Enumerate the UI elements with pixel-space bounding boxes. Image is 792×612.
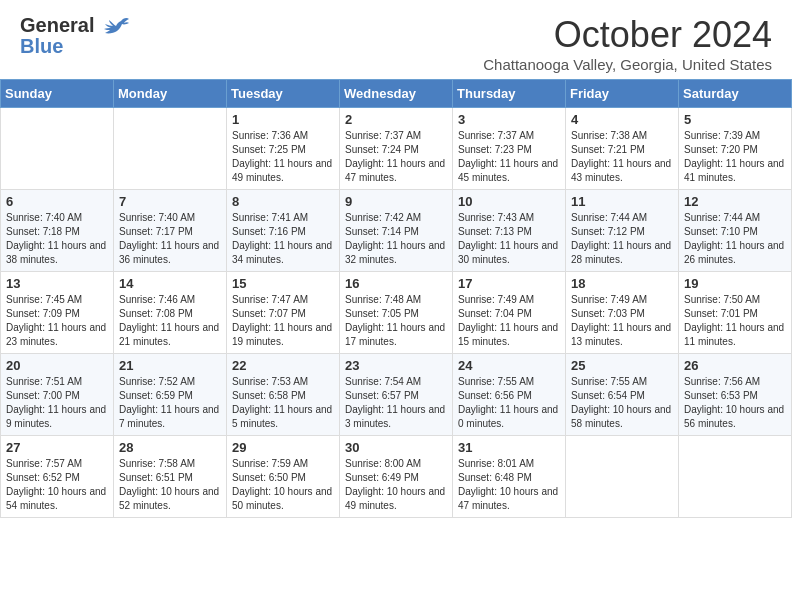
daylight: Daylight: 11 hours and 23 minutes. — [6, 322, 106, 347]
weekday-header-wednesday: Wednesday — [340, 80, 453, 108]
sunrise: Sunrise: 7:48 AM — [345, 294, 421, 305]
calendar-cell — [679, 436, 792, 518]
day-number: 16 — [345, 276, 447, 291]
sunset: Sunset: 6:54 PM — [571, 390, 645, 401]
sunset: Sunset: 7:20 PM — [684, 144, 758, 155]
calendar-week-1: 1 Sunrise: 7:36 AM Sunset: 7:25 PM Dayli… — [1, 108, 792, 190]
day-number: 4 — [571, 112, 673, 127]
sunrise: Sunrise: 7:55 AM — [571, 376, 647, 387]
day-info: Sunrise: 7:40 AM Sunset: 7:17 PM Dayligh… — [119, 211, 221, 267]
daylight: Daylight: 11 hours and 0 minutes. — [458, 404, 558, 429]
daylight: Daylight: 11 hours and 49 minutes. — [232, 158, 332, 183]
day-number: 1 — [232, 112, 334, 127]
calendar-cell: 13 Sunrise: 7:45 AM Sunset: 7:09 PM Dayl… — [1, 272, 114, 354]
calendar-cell: 25 Sunrise: 7:55 AM Sunset: 6:54 PM Dayl… — [566, 354, 679, 436]
day-number: 14 — [119, 276, 221, 291]
calendar-cell: 9 Sunrise: 7:42 AM Sunset: 7:14 PM Dayli… — [340, 190, 453, 272]
day-number: 9 — [345, 194, 447, 209]
day-info: Sunrise: 7:38 AM Sunset: 7:21 PM Dayligh… — [571, 129, 673, 185]
calendar-cell: 26 Sunrise: 7:56 AM Sunset: 6:53 PM Dayl… — [679, 354, 792, 436]
day-info: Sunrise: 7:51 AM Sunset: 7:00 PM Dayligh… — [6, 375, 108, 431]
sunrise: Sunrise: 7:57 AM — [6, 458, 82, 469]
sunrise: Sunrise: 7:47 AM — [232, 294, 308, 305]
calendar-cell: 20 Sunrise: 7:51 AM Sunset: 7:00 PM Dayl… — [1, 354, 114, 436]
day-info: Sunrise: 7:59 AM Sunset: 6:50 PM Dayligh… — [232, 457, 334, 513]
daylight: Daylight: 11 hours and 9 minutes. — [6, 404, 106, 429]
sunset: Sunset: 6:59 PM — [119, 390, 193, 401]
sunrise: Sunrise: 7:54 AM — [345, 376, 421, 387]
sunrise: Sunrise: 7:52 AM — [119, 376, 195, 387]
sunrise: Sunrise: 7:51 AM — [6, 376, 82, 387]
calendar-cell — [566, 436, 679, 518]
calendar-week-4: 20 Sunrise: 7:51 AM Sunset: 7:00 PM Dayl… — [1, 354, 792, 436]
calendar-cell: 8 Sunrise: 7:41 AM Sunset: 7:16 PM Dayli… — [227, 190, 340, 272]
day-info: Sunrise: 7:54 AM Sunset: 6:57 PM Dayligh… — [345, 375, 447, 431]
weekday-header-tuesday: Tuesday — [227, 80, 340, 108]
weekday-header-thursday: Thursday — [453, 80, 566, 108]
daylight: Daylight: 10 hours and 52 minutes. — [119, 486, 219, 511]
day-number: 15 — [232, 276, 334, 291]
day-info: Sunrise: 7:55 AM Sunset: 6:54 PM Dayligh… — [571, 375, 673, 431]
calendar-week-2: 6 Sunrise: 7:40 AM Sunset: 7:18 PM Dayli… — [1, 190, 792, 272]
sunset: Sunset: 7:12 PM — [571, 226, 645, 237]
sunrise: Sunrise: 7:43 AM — [458, 212, 534, 223]
sunrise: Sunrise: 7:49 AM — [458, 294, 534, 305]
calendar-cell: 23 Sunrise: 7:54 AM Sunset: 6:57 PM Dayl… — [340, 354, 453, 436]
sunset: Sunset: 6:53 PM — [684, 390, 758, 401]
sunset: Sunset: 7:04 PM — [458, 308, 532, 319]
daylight: Daylight: 11 hours and 41 minutes. — [684, 158, 784, 183]
sunset: Sunset: 7:18 PM — [6, 226, 80, 237]
sunset: Sunset: 7:24 PM — [345, 144, 419, 155]
sunrise: Sunrise: 7:44 AM — [684, 212, 760, 223]
sunset: Sunset: 7:21 PM — [571, 144, 645, 155]
sunrise: Sunrise: 7:58 AM — [119, 458, 195, 469]
calendar-cell: 14 Sunrise: 7:46 AM Sunset: 7:08 PM Dayl… — [114, 272, 227, 354]
day-number: 27 — [6, 440, 108, 455]
day-info: Sunrise: 7:55 AM Sunset: 6:56 PM Dayligh… — [458, 375, 560, 431]
daylight: Daylight: 11 hours and 34 minutes. — [232, 240, 332, 265]
sunset: Sunset: 7:09 PM — [6, 308, 80, 319]
sunrise: Sunrise: 7:37 AM — [345, 130, 421, 141]
location-title: Chattanooga Valley, Georgia, United Stat… — [483, 56, 772, 73]
day-number: 10 — [458, 194, 560, 209]
sunrise: Sunrise: 7:53 AM — [232, 376, 308, 387]
day-info: Sunrise: 7:37 AM Sunset: 7:23 PM Dayligh… — [458, 129, 560, 185]
day-number: 11 — [571, 194, 673, 209]
day-info: Sunrise: 7:36 AM Sunset: 7:25 PM Dayligh… — [232, 129, 334, 185]
daylight: Daylight: 10 hours and 50 minutes. — [232, 486, 332, 511]
day-info: Sunrise: 7:49 AM Sunset: 7:03 PM Dayligh… — [571, 293, 673, 349]
sunset: Sunset: 7:01 PM — [684, 308, 758, 319]
sunset: Sunset: 7:07 PM — [232, 308, 306, 319]
day-info: Sunrise: 7:43 AM Sunset: 7:13 PM Dayligh… — [458, 211, 560, 267]
daylight: Daylight: 11 hours and 32 minutes. — [345, 240, 445, 265]
sunset: Sunset: 6:49 PM — [345, 472, 419, 483]
calendar-cell: 2 Sunrise: 7:37 AM Sunset: 7:24 PM Dayli… — [340, 108, 453, 190]
sunrise: Sunrise: 7:44 AM — [571, 212, 647, 223]
day-number: 6 — [6, 194, 108, 209]
sunrise: Sunrise: 7:41 AM — [232, 212, 308, 223]
sunrise: Sunrise: 7:36 AM — [232, 130, 308, 141]
calendar-cell: 29 Sunrise: 7:59 AM Sunset: 6:50 PM Dayl… — [227, 436, 340, 518]
day-info: Sunrise: 7:42 AM Sunset: 7:14 PM Dayligh… — [345, 211, 447, 267]
sunset: Sunset: 7:00 PM — [6, 390, 80, 401]
sunset: Sunset: 7:17 PM — [119, 226, 193, 237]
calendar-cell: 31 Sunrise: 8:01 AM Sunset: 6:48 PM Dayl… — [453, 436, 566, 518]
calendar-cell: 15 Sunrise: 7:47 AM Sunset: 7:07 PM Dayl… — [227, 272, 340, 354]
daylight: Daylight: 11 hours and 15 minutes. — [458, 322, 558, 347]
day-number: 13 — [6, 276, 108, 291]
day-info: Sunrise: 7:50 AM Sunset: 7:01 PM Dayligh… — [684, 293, 786, 349]
calendar-cell: 16 Sunrise: 7:48 AM Sunset: 7:05 PM Dayl… — [340, 272, 453, 354]
sunrise: Sunrise: 8:01 AM — [458, 458, 534, 469]
daylight: Daylight: 11 hours and 43 minutes. — [571, 158, 671, 183]
daylight: Daylight: 11 hours and 13 minutes. — [571, 322, 671, 347]
day-number: 7 — [119, 194, 221, 209]
day-number: 21 — [119, 358, 221, 373]
daylight: Daylight: 11 hours and 5 minutes. — [232, 404, 332, 429]
daylight: Daylight: 10 hours and 47 minutes. — [458, 486, 558, 511]
calendar-table: SundayMondayTuesdayWednesdayThursdayFrid… — [0, 79, 792, 518]
day-number: 22 — [232, 358, 334, 373]
day-number: 8 — [232, 194, 334, 209]
calendar-cell: 7 Sunrise: 7:40 AM Sunset: 7:17 PM Dayli… — [114, 190, 227, 272]
calendar-cell — [1, 108, 114, 190]
day-info: Sunrise: 7:37 AM Sunset: 7:24 PM Dayligh… — [345, 129, 447, 185]
